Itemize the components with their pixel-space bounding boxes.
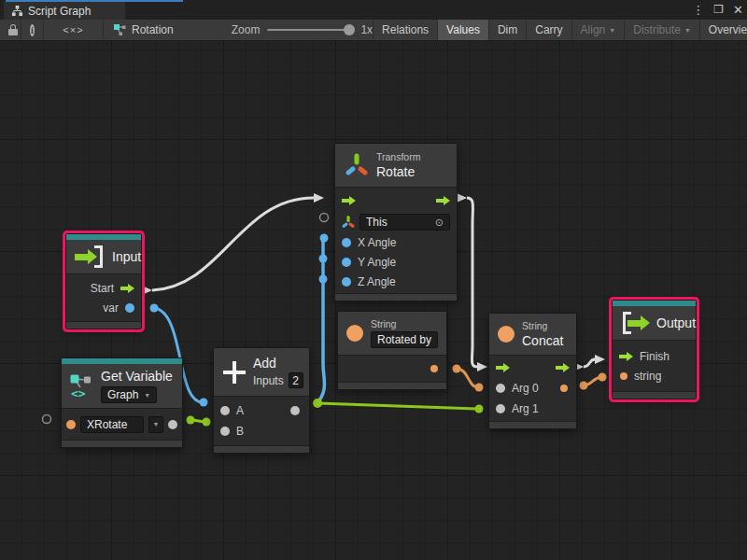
flow-input-port[interactable]: [619, 352, 633, 361]
breadcrumb-label: Rotation: [132, 23, 174, 36]
string-value-field[interactable]: Rotated by: [371, 331, 438, 348]
svg-text:<>: <>: [71, 386, 86, 399]
tab-title: Script Graph: [28, 5, 91, 18]
window-controls: ⋮ ❒ ✕: [692, 0, 743, 20]
tab-script-graph[interactable]: Script Graph: [4, 2, 125, 20]
info-icon: i: [30, 24, 35, 36]
value-input-port[interactable]: [342, 277, 351, 287]
zoom-slider-handle[interactable]: [344, 24, 355, 35]
node-footer: [338, 382, 446, 389]
this-target-field[interactable]: This ⊙: [359, 214, 450, 231]
port-label: A: [236, 404, 244, 417]
transform-mini-icon: [342, 216, 355, 229]
node-footer: [489, 421, 576, 428]
value-output-port[interactable]: [168, 420, 177, 429]
value-output-port[interactable]: [430, 365, 438, 372]
zoom-control: Zoom 1x: [232, 23, 373, 36]
node-add[interactable]: Add Inputs 2 A B: [213, 347, 310, 454]
breadcrumb-graph-icon: [113, 23, 126, 36]
string-type-icon: [346, 325, 363, 342]
node-footer: [62, 440, 182, 447]
node-output[interactable]: Output Finish string: [612, 300, 697, 399]
node-transform-rotate[interactable]: Transform Rotate: [334, 143, 458, 301]
port-label: Y Angle: [358, 256, 396, 269]
port-label: Arg 0: [512, 382, 539, 395]
transform-icon: [345, 153, 369, 177]
graph-icon: [11, 5, 23, 17]
lock-button[interactable]: [0, 20, 21, 40]
chevron-down-icon: ▼: [144, 392, 150, 399]
value-input-port[interactable]: [620, 372, 627, 380]
variable-name-dropdown[interactable]: XRotate: [80, 416, 144, 433]
flow-output-port[interactable]: [120, 284, 134, 293]
inputs-count-field[interactable]: 2: [289, 372, 303, 388]
node-title: Output: [656, 315, 696, 330]
breadcrumb[interactable]: Rotation: [104, 20, 183, 40]
node-get-variable[interactable]: <> Get Variable Graph ▼ XRotate: [61, 357, 183, 448]
port-label: Start: [91, 282, 114, 295]
port-label: var: [103, 301, 119, 315]
node-title: Concat: [522, 333, 563, 348]
graph-toolbar: i <×> Rotation Zoom 1x Rela: [0, 20, 747, 41]
value-input-port[interactable]: [66, 420, 76, 429]
inputs-label: Inputs: [253, 374, 284, 387]
port-label: Finish: [640, 350, 669, 363]
node-string-concat[interactable]: String Concat Arg 0 Arg 1: [488, 313, 577, 429]
chevron-down-icon: ▼: [684, 27, 691, 34]
flow-output-port[interactable]: [556, 363, 570, 372]
node-title: Rotate: [376, 164, 420, 179]
value-input-port[interactable]: [220, 427, 230, 436]
node-surtitle: Transform: [376, 151, 420, 162]
carry-button[interactable]: Carry: [527, 20, 571, 40]
node-surtitle: String: [522, 320, 563, 331]
lock-icon: [8, 24, 12, 35]
value-output-port[interactable]: [290, 406, 300, 415]
value-output-port[interactable]: [125, 303, 134, 313]
node-string-literal[interactable]: String Rotated by: [337, 311, 447, 390]
info-button[interactable]: i: [21, 20, 44, 40]
zoom-label: Zoom: [232, 23, 261, 36]
align-button[interactable]: Align▼: [572, 20, 626, 40]
port-label: Z Angle: [358, 275, 396, 288]
chevron-down-icon: ▼: [609, 27, 615, 34]
value-input-port[interactable]: [496, 404, 505, 413]
node-surtitle: String: [371, 318, 438, 329]
values-button[interactable]: Values: [438, 20, 489, 40]
variable-name-dropdown-button[interactable]: ▼: [148, 416, 163, 433]
overview-button[interactable]: Overview: [700, 20, 747, 40]
node-title: Add: [253, 356, 303, 371]
close-icon[interactable]: ✕: [733, 0, 743, 20]
flow-input-port[interactable]: [496, 363, 510, 372]
fit-button[interactable]: <×>: [44, 20, 104, 40]
node-input[interactable]: Input Start var: [65, 233, 142, 329]
relations-button[interactable]: Relations: [373, 20, 438, 40]
port-label: X Angle: [358, 236, 396, 249]
distribute-button[interactable]: Distribute▼: [625, 20, 700, 40]
value-input-port[interactable]: [496, 384, 505, 393]
graph-canvas[interactable]: Input Start var: [0, 41, 747, 560]
value-input-port[interactable]: [220, 406, 230, 415]
chevron-down-icon: ▼: [153, 421, 160, 427]
output-event-icon: [621, 312, 649, 334]
get-variable-icon: <>: [69, 373, 93, 399]
fit-icon: <×>: [63, 24, 83, 35]
string-type-icon: [498, 326, 514, 343]
zoom-slider[interactable]: [267, 29, 353, 31]
target-picker-icon[interactable]: ⊙: [435, 217, 444, 229]
node-footer: [335, 293, 457, 301]
flow-output-port[interactable]: [436, 196, 450, 205]
tab-strip: Script Graph ⋮ ❒ ✕: [0, 0, 747, 20]
port-label: B: [236, 425, 244, 438]
maximize-icon[interactable]: ❒: [713, 0, 724, 20]
node-title: Get Variable: [101, 369, 173, 384]
dim-button[interactable]: Dim: [489, 20, 527, 40]
value-input-port[interactable]: [342, 238, 351, 247]
node-footer: [66, 321, 141, 329]
variable-scope-dropdown[interactable]: Graph ▼: [101, 386, 157, 403]
menu-icon[interactable]: ⋮: [692, 0, 704, 20]
flow-input-port[interactable]: [342, 196, 356, 205]
value-input-port[interactable]: [342, 258, 351, 267]
value-output-port[interactable]: [560, 385, 568, 392]
input-event-icon: [75, 245, 105, 268]
zoom-value: 1x: [360, 23, 373, 36]
